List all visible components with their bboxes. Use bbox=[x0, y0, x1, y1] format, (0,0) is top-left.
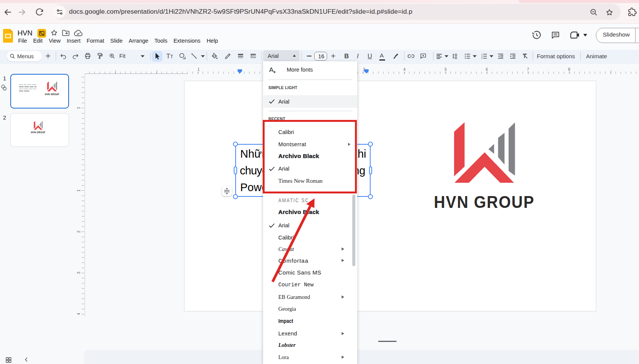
svg-text:3: 3 bbox=[482, 57, 483, 59]
svg-text:HVN GROUP: HVN GROUP bbox=[31, 131, 45, 134]
svg-text:HVN GROUP: HVN GROUP bbox=[45, 93, 59, 96]
svg-text:HVN GROUP: HVN GROUP bbox=[434, 193, 535, 209]
